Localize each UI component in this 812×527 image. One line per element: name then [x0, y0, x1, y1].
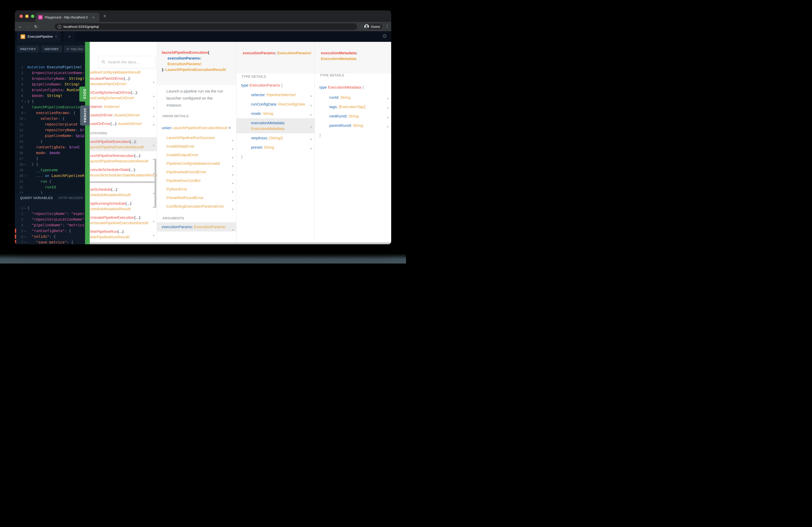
docs-list-item[interactable]: nConfigSchemaOrError(...):unConfigSchema… [90, 88, 157, 102]
code-line[interactable]: 19 __typename [15, 167, 85, 173]
type-field-row[interactable]: stepKeys: [String!]▶ [236, 133, 315, 143]
site-info-icon[interactable]: i [58, 25, 61, 29]
union-member-row[interactable]: PythonError▶ [157, 185, 236, 193]
browser-tab[interactable]: Playground - http://localhost:3 × [35, 13, 99, 22]
tab-http-headers[interactable]: HTTP HEADER [59, 196, 83, 200]
docs-list-item[interactable]: concileSchedulerState(...):econcileSched… [90, 165, 157, 179]
docs-list-item[interactable]: ssetsOrError: AssetsOrError!▶ [90, 111, 157, 119]
type-field-row[interactable]: runConfigData: RunConfigData▶ [236, 100, 315, 109]
close-window-button[interactable] [19, 15, 23, 18]
code-line[interactable]: 18▾ ) { [15, 161, 85, 167]
fold-arrow-icon[interactable]: ▾ [23, 228, 27, 234]
union-member-row[interactable]: InvalidStepError▶ [157, 142, 236, 150]
profile-button[interactable]: Guest [363, 23, 383, 30]
type-field-row[interactable]: parentRunId: String▶ [315, 121, 391, 130]
fold-arrow-icon[interactable]: ▾ [23, 234, 27, 240]
code-line[interactable]: 9▾ executionParams: { [15, 110, 85, 116]
docs-list-item[interactable]: unchPipelineReexecution(...):aunchPipeli… [90, 151, 157, 165]
settings-gear-icon[interactable]: ⚙ [382, 33, 387, 39]
docs-list-item[interactable]: stance: Instance!▶ [90, 102, 157, 111]
code-line[interactable]: 20▾ ... on LaunchPipelineR [15, 173, 85, 179]
type-field-row[interactable]: rootRunId: String▶ [315, 111, 391, 121]
code-line[interactable]: 16 mode: $mode [15, 150, 85, 156]
code-line[interactable]: 2 $repositoryLocationName: [15, 70, 85, 76]
fold-arrow-icon[interactable]: ▾ [23, 162, 27, 167]
reload-icon[interactable]: ↻ [32, 24, 40, 29]
tab-docs[interactable]: DOCS [79, 87, 90, 102]
code-line[interactable]: 17 } [15, 156, 85, 161]
history-button[interactable]: HISTORY [41, 45, 62, 52]
docs-list-item[interactable]: unchPipelineExecution(...):aunchPipeline… [90, 137, 157, 151]
code-lines[interactable]: 1mutation ExecutePipeline(2 $repositoryL… [15, 64, 85, 196]
code-line[interactable]: 3 "repositoryLocationName" [15, 216, 85, 222]
code-line[interactable]: 12 repositoryName: $r [15, 127, 85, 133]
fold-arrow-icon[interactable]: ▾ [23, 116, 27, 122]
union-member-row[interactable]: PipelineNotFoundError▶ [157, 168, 236, 176]
minimize-window-button[interactable] [25, 15, 29, 18]
type-field-row[interactable]: mode: String▶ [236, 109, 315, 118]
docs-list-item[interactable]: rminatePipelineExecution(...):erminatePi… [90, 213, 157, 227]
docs-list-item[interactable]: opRunningSchedule(...):cheduleMutationRe… [90, 199, 157, 213]
fold-arrow-icon[interactable]: ▾ [23, 99, 27, 104]
fold-arrow-icon[interactable]: ▾ [23, 173, 27, 179]
browser-menu-icon[interactable]: ⋮ [385, 24, 389, 28]
fold-arrow-icon[interactable]: ▾ [23, 110, 27, 116]
union-member-row[interactable]: InvalidOutputError▶ [157, 150, 236, 159]
code-line[interactable]: 2 "repositoryName": "exper [15, 211, 85, 216]
union-member-row[interactable]: ConflictingExecutionParamsError▶ [157, 202, 236, 210]
fold-arrow-icon[interactable]: ▾ [23, 240, 27, 244]
docs-search-input[interactable]: Search the docs ... [98, 56, 156, 68]
union-member-row[interactable]: PipelineRunConflict▶ [157, 176, 236, 185]
code-line[interactable]: 13 pipelineName: $pip [15, 133, 85, 138]
code-line[interactable]: 4 $pipelineName: String! [15, 81, 85, 87]
docs-list-item[interactable]: ssetOrError(...): AssetOrError!▶ [90, 119, 157, 128]
type-field-row[interactable]: selector: PipelineSelector!▶ [236, 90, 315, 100]
playground-new-tab-button[interactable]: + [64, 31, 75, 42]
docs-list-vertical-scrollbar[interactable] [155, 159, 156, 208]
docs-list-item[interactable]: letePipelineRun(...):letePipelineRunResu… [90, 227, 157, 241]
tab-query-variables[interactable]: QUERY VARIABLES [20, 196, 53, 200]
code-line[interactable]: 21 run { [15, 179, 85, 184]
query-editor-pane[interactable]: PRETTIFY HISTORY ↺ http://loc 1mutation … [15, 42, 85, 244]
docs-list-item[interactable]: pelineConfigValidationResult! [90, 69, 157, 74]
code-line[interactable]: 4 "pipelineName": "metrics [15, 222, 85, 228]
code-line[interactable]: 10▾ selector: { [15, 116, 85, 121]
code-line[interactable]: 5▾ "runConfigData": { [15, 228, 85, 234]
new-tab-button[interactable]: + [103, 14, 106, 19]
code-line[interactable]: 7▾) { [15, 99, 85, 104]
code-line[interactable]: 5 $runConfigData: RunCon [15, 87, 85, 93]
endpoint-input[interactable]: ↺ http://loc [64, 45, 85, 52]
code-line[interactable]: 22 runId [15, 184, 85, 190]
code-line[interactable]: 14 } [15, 138, 85, 144]
playground-tab-close-icon[interactable]: × [55, 34, 57, 39]
type-field-row[interactable]: preset: String▶ [236, 143, 315, 152]
argument-row[interactable]: executionParams: ExecutionParams!▶ [157, 222, 236, 231]
union-member-row[interactable]: PipelineConfigValidationInvalid▶ [157, 159, 236, 168]
type-field-row[interactable]: runId: String▶ [315, 93, 391, 102]
prettify-button[interactable]: PRETTIFY [17, 45, 39, 52]
type-field-row[interactable]: executionMetadata:ExecutionMetadata▶ [236, 118, 315, 133]
maximize-window-button[interactable] [31, 15, 34, 18]
code-line[interactable]: 15 runConfigData: $runC [15, 144, 85, 150]
back-icon[interactable]: ← [16, 24, 24, 29]
union-member-row[interactable]: LaunchPipelineRunSuccess▶ [157, 133, 236, 142]
code-line[interactable]: 1▾{ [15, 205, 85, 211]
code-line[interactable]: 3 $repositoryName: String! [15, 76, 85, 81]
playground-tab[interactable]: M ExecutePipeline × [17, 31, 61, 42]
browser-tab-close-icon[interactable]: × [92, 16, 95, 19]
address-bar[interactable]: i localhost:3333/graphql [55, 24, 357, 30]
forward-icon[interactable]: → [24, 24, 32, 29]
docs-list-item[interactable]: artSchedule(...):cheduleMutationResult!▶ [90, 185, 157, 199]
docs-list-item[interactable]: ecutionPlanOrError(...):xecutionPlanOrEr… [90, 74, 157, 88]
docs-horizontal-scrollbar[interactable] [90, 242, 391, 244]
variables-code-lines[interactable]: 1▾{2 "repositoryName": "exper3 "reposito… [15, 205, 85, 244]
code-line[interactable]: 6▾ "solids": { [15, 234, 85, 239]
code-line[interactable]: 6 $mode: String! [15, 93, 85, 99]
code-line[interactable]: 8 launchPipelineExecution( [15, 104, 85, 110]
fold-arrow-icon[interactable]: ▾ [23, 205, 27, 211]
code-line[interactable]: 1mutation ExecutePipeline( [15, 64, 85, 70]
docs-divider-strip[interactable] [85, 42, 90, 244]
union-member-row[interactable]: PresetNotFoundError▶ [157, 193, 236, 202]
code-line[interactable]: 7▾ "save_metrics": { [15, 239, 85, 244]
tab-schema[interactable]: SCHEMA [80, 106, 90, 125]
